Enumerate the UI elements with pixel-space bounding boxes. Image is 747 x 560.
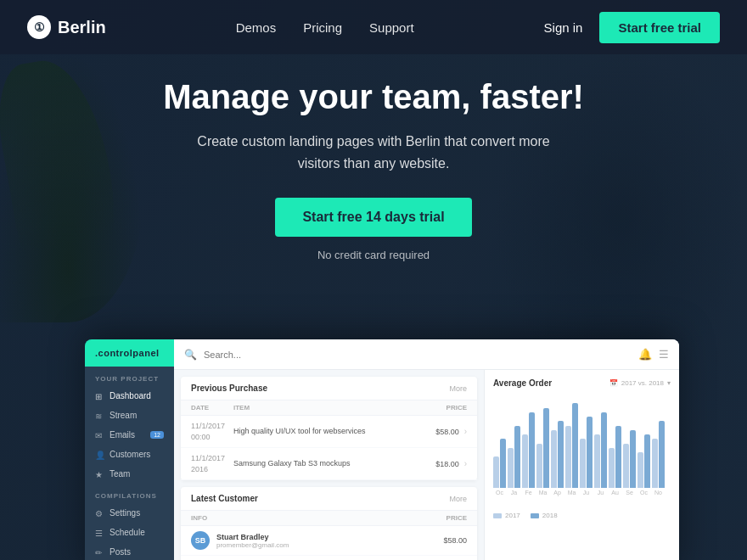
bar-group <box>551 421 564 488</box>
col-item-header: ITEM <box>233 404 429 412</box>
hero-section: ① Berlin Demos Pricing Support Sign in S… <box>0 0 747 560</box>
bar-2017 <box>493 456 499 488</box>
col-price-header2: PRICE <box>429 514 467 522</box>
customer-section: Latest Customer More INFO PRICE SB Stuar… <box>181 487 477 560</box>
row2-date: 11/1/20172016 <box>191 453 233 474</box>
legend-2018-label: 2018 <box>542 512 558 519</box>
sidebar-label-schedule: Schedule <box>110 528 145 537</box>
bar-2017 <box>652 439 658 488</box>
nav-support[interactable]: Support <box>369 20 414 35</box>
x-label: Oc <box>493 490 506 496</box>
bar-group <box>536 408 549 489</box>
x-label: Ja <box>508 490 520 496</box>
bar-group <box>522 412 535 488</box>
customer-table-header: INFO PRICE <box>181 511 477 526</box>
chart-legend: 📅 2017 vs. 2018 ▾ <box>609 379 671 387</box>
bar-group <box>609 426 621 489</box>
search-input[interactable] <box>204 350 632 360</box>
nav-pricing[interactable]: Pricing <box>303 20 342 35</box>
sidebar: .controlpanel YOUR PROJECT ⊞ Dashboard ≋… <box>85 339 174 560</box>
sidebar-item-customers[interactable]: 👤 Customers <box>85 445 174 464</box>
purchase-section: Previous Purchase More DATE ITEM PRICE 1… <box>181 377 477 480</box>
bar-2017 <box>565 426 571 489</box>
col-price-header: PRICE <box>429 404 467 412</box>
bar-2018 <box>558 421 564 488</box>
hero-content: Manage your team, faster! Create custom … <box>0 76 747 261</box>
stream-icon: ≋ <box>95 412 104 420</box>
col-date-header: DATE <box>191 404 233 412</box>
purchase-title: Previous Purchase <box>191 384 267 393</box>
nav-links: Demos Pricing Support <box>236 20 414 35</box>
bar-2018 <box>529 412 535 488</box>
signin-button[interactable]: Sign in <box>544 20 583 35</box>
bar-2018 <box>572 403 578 488</box>
logo-icon: ① <box>27 15 51 39</box>
posts-icon: ✏ <box>95 548 104 557</box>
row-arrow-icon: › <box>464 427 467 436</box>
x-label: Au <box>609 490 621 496</box>
bar-2018 <box>659 421 665 488</box>
row-arrow-icon: › <box>464 459 467 468</box>
bar-2018 <box>514 426 520 489</box>
col-info-header: INFO <box>191 514 429 522</box>
x-label: Oc <box>637 490 650 496</box>
settings-icon: ⚙ <box>95 509 104 518</box>
list-item: SB Stuart Bradley promember@gmail.com $5… <box>181 526 477 556</box>
x-label: Ju <box>594 490 607 496</box>
sidebar-label-dashboard: Dashboard <box>110 391 151 400</box>
legend-2018: 2018 <box>531 512 558 519</box>
purchase-more[interactable]: More <box>449 384 467 393</box>
no-credit-card-note: No credit card required <box>317 249 430 261</box>
customers-icon: 👤 <box>95 451 104 459</box>
row1-price: $58.00 <box>421 428 459 436</box>
trial-button[interactable]: Start free trial <box>599 12 720 43</box>
x-label: Ju <box>580 490 593 496</box>
purchase-table-header: DATE ITEM PRICE <box>181 400 477 416</box>
chart-x-labels: OcJaFeMaApMaJuJuAuSeOcNo <box>493 490 671 496</box>
hero-cta-button[interactable]: Start free 14 days trial <box>275 198 471 237</box>
sidebar-item-schedule[interactable]: ☰ Schedule <box>85 523 174 542</box>
bar-2017 <box>594 434 600 488</box>
sidebar-item-emails[interactable]: ✉ Emails 12 <box>85 425 174 445</box>
bar-2017 <box>637 452 643 488</box>
chevron-down-icon[interactable]: ▾ <box>667 379 671 387</box>
bar-group <box>493 439 506 488</box>
customer-name: Stuart Bradley <box>216 533 436 541</box>
bar-2017 <box>522 434 528 488</box>
navbar: ① Berlin Demos Pricing Support Sign in S… <box>0 0 747 54</box>
bar-2017 <box>508 448 514 488</box>
calendar-icon: 📅 <box>609 379 618 387</box>
menu-icon[interactable]: ☰ <box>659 348 669 361</box>
row1-item: High quality UI/UX tool for webservices <box>233 426 421 437</box>
customer-email: promember@gmail.com <box>216 541 436 549</box>
sidebar-label-stream: Stream <box>110 411 137 420</box>
sidebar-item-settings[interactable]: ⚙ Settings <box>85 503 174 523</box>
search-icon: 🔍 <box>184 349 197 361</box>
chart-header: Average Order 📅 2017 vs. 2018 ▾ <box>493 378 671 388</box>
sidebar-item-dashboard[interactable]: ⊞ Dashboard <box>85 386 174 406</box>
row1-date: 11/1/201700:00 <box>191 421 233 442</box>
customer-more[interactable]: More <box>449 495 467 503</box>
bar-2018 <box>630 430 636 488</box>
bar-2018 <box>543 408 549 489</box>
customer-info: Stuart Bradley promember@gmail.com <box>216 533 436 549</box>
x-label: Ma <box>565 490 578 496</box>
bar-2017 <box>580 439 586 488</box>
logo-text: Berlin <box>58 18 106 37</box>
bar-group <box>508 426 520 489</box>
row2-price: $18.00 <box>421 460 459 468</box>
hero-title: Manage your team, faster! <box>163 76 584 117</box>
sidebar-label-team: Team <box>110 469 130 479</box>
customer-header: Latest Customer More <box>181 487 477 511</box>
notification-icon[interactable]: 🔔 <box>638 348 652 361</box>
sidebar-item-stream[interactable]: ≋ Stream <box>85 406 174 425</box>
bar-2017 <box>623 444 629 489</box>
sidebar-item-team[interactable]: ★ Team <box>85 464 174 484</box>
nav-demos[interactable]: Demos <box>236 20 277 35</box>
bar-2017 <box>609 448 615 488</box>
dashboard-icon: ⊞ <box>95 392 104 400</box>
legend-2017-color <box>493 513 502 518</box>
logo: ① Berlin <box>27 15 106 39</box>
chart-title: Average Order <box>493 378 552 388</box>
sidebar-item-posts[interactable]: ✏ Posts <box>85 542 174 560</box>
